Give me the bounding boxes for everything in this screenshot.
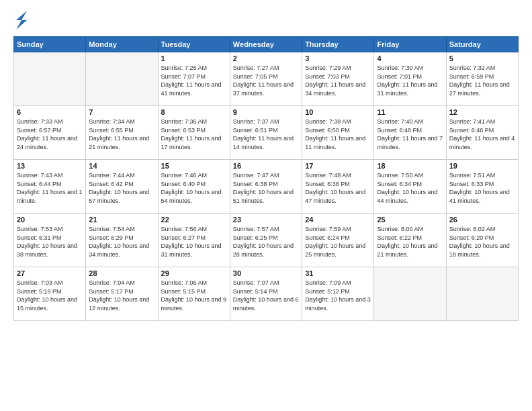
calendar-cell: 4Sunrise: 7:30 AM Sunset: 7:01 PM Daylig…	[374, 52, 446, 106]
day-info: Sunrise: 7:56 AM Sunset: 6:27 PM Dayligh…	[161, 225, 227, 259]
day-info: Sunrise: 7:48 AM Sunset: 6:36 PM Dayligh…	[305, 171, 371, 205]
week-row-2: 13Sunrise: 7:43 AM Sunset: 6:44 PM Dayli…	[14, 160, 519, 214]
calendar-cell: 31Sunrise: 7:09 AM Sunset: 5:12 PM Dayli…	[302, 267, 374, 321]
logo	[13, 11, 28, 30]
calendar-cell: 10Sunrise: 7:38 AM Sunset: 6:50 PM Dayli…	[302, 106, 374, 160]
day-number: 5	[449, 54, 515, 62]
day-info: Sunrise: 7:43 AM Sunset: 6:44 PM Dayligh…	[17, 171, 83, 205]
day-number: 22	[161, 216, 227, 224]
header-row: SundayMondayTuesdayWednesdayThursdayFrid…	[14, 37, 519, 52]
day-info: Sunrise: 7:04 AM Sunset: 5:17 PM Dayligh…	[89, 279, 154, 312]
calendar-cell: 5Sunrise: 7:32 AM Sunset: 6:59 PM Daylig…	[446, 52, 518, 106]
calendar-cell: 18Sunrise: 7:50 AM Sunset: 6:34 PM Dayli…	[374, 160, 446, 214]
page: SundayMondayTuesdayWednesdayThursdayFrid…	[0, 0, 532, 411]
header-saturday: Saturday	[446, 37, 518, 52]
day-number: 18	[377, 162, 443, 170]
day-number: 25	[377, 216, 443, 224]
calendar-cell: 22Sunrise: 7:56 AM Sunset: 6:27 PM Dayli…	[158, 214, 230, 267]
day-number: 27	[17, 269, 83, 277]
day-number: 9	[233, 108, 299, 116]
day-info: Sunrise: 7:54 AM Sunset: 6:29 PM Dayligh…	[89, 225, 154, 259]
day-info: Sunrise: 7:47 AM Sunset: 6:38 PM Dayligh…	[233, 171, 299, 205]
week-row-3: 20Sunrise: 7:53 AM Sunset: 6:31 PM Dayli…	[14, 214, 519, 267]
header-thursday: Thursday	[302, 37, 374, 52]
calendar-cell: 9Sunrise: 7:37 AM Sunset: 6:51 PM Daylig…	[230, 106, 302, 160]
calendar-cell: 17Sunrise: 7:48 AM Sunset: 6:36 PM Dayli…	[302, 160, 374, 214]
day-number: 21	[89, 216, 154, 224]
header	[13, 11, 519, 30]
day-info: Sunrise: 7:06 AM Sunset: 5:15 PM Dayligh…	[161, 279, 227, 312]
calendar-cell: 15Sunrise: 7:46 AM Sunset: 6:40 PM Dayli…	[158, 160, 230, 214]
calendar-cell: 29Sunrise: 7:06 AM Sunset: 5:15 PM Dayli…	[158, 267, 230, 321]
day-number: 16	[233, 162, 299, 170]
calendar-cell: 20Sunrise: 7:53 AM Sunset: 6:31 PM Dayli…	[14, 214, 86, 267]
day-info: Sunrise: 7:36 AM Sunset: 6:53 PM Dayligh…	[161, 118, 227, 151]
calendar-cell: 28Sunrise: 7:04 AM Sunset: 5:17 PM Dayli…	[86, 267, 158, 321]
calendar-cell: 23Sunrise: 7:57 AM Sunset: 6:25 PM Dayli…	[230, 214, 302, 267]
calendar-cell: 16Sunrise: 7:47 AM Sunset: 6:38 PM Dayli…	[230, 160, 302, 214]
calendar-cell: 11Sunrise: 7:40 AM Sunset: 6:48 PM Dayli…	[374, 106, 446, 160]
calendar-cell: 2Sunrise: 7:27 AM Sunset: 7:05 PM Daylig…	[230, 52, 302, 106]
day-number: 3	[305, 54, 371, 62]
day-info: Sunrise: 7:41 AM Sunset: 6:46 PM Dayligh…	[449, 118, 515, 151]
day-info: Sunrise: 7:44 AM Sunset: 6:42 PM Dayligh…	[89, 171, 154, 205]
calendar-cell: 12Sunrise: 7:41 AM Sunset: 6:46 PM Dayli…	[446, 106, 518, 160]
day-info: Sunrise: 7:26 AM Sunset: 7:07 PM Dayligh…	[161, 64, 227, 97]
header-monday: Monday	[86, 37, 158, 52]
day-number: 20	[17, 216, 83, 224]
day-info: Sunrise: 8:00 AM Sunset: 6:22 PM Dayligh…	[377, 225, 443, 259]
calendar-cell: 25Sunrise: 8:00 AM Sunset: 6:22 PM Dayli…	[374, 214, 446, 267]
day-info: Sunrise: 7:40 AM Sunset: 6:48 PM Dayligh…	[377, 118, 443, 151]
day-info: Sunrise: 7:33 AM Sunset: 6:57 PM Dayligh…	[17, 118, 83, 151]
calendar-cell	[86, 52, 158, 106]
day-number: 28	[89, 269, 154, 277]
day-info: Sunrise: 7:07 AM Sunset: 5:14 PM Dayligh…	[233, 279, 299, 312]
calendar-cell: 1Sunrise: 7:26 AM Sunset: 7:07 PM Daylig…	[158, 52, 230, 106]
day-info: Sunrise: 7:59 AM Sunset: 6:24 PM Dayligh…	[305, 225, 371, 259]
day-info: Sunrise: 7:29 AM Sunset: 7:03 PM Dayligh…	[305, 64, 371, 97]
calendar-cell: 19Sunrise: 7:51 AM Sunset: 6:33 PM Dayli…	[446, 160, 518, 214]
header-friday: Friday	[374, 37, 446, 52]
day-number: 26	[449, 216, 515, 224]
calendar-cell: 27Sunrise: 7:03 AM Sunset: 5:19 PM Dayli…	[14, 267, 86, 321]
day-number: 31	[305, 269, 371, 277]
day-number: 29	[161, 269, 227, 277]
calendar-cell: 24Sunrise: 7:59 AM Sunset: 6:24 PM Dayli…	[302, 214, 374, 267]
day-number: 6	[17, 108, 83, 116]
day-number: 11	[377, 108, 443, 116]
svg-marker-0	[16, 11, 27, 30]
day-number: 30	[233, 269, 299, 277]
header-sunday: Sunday	[14, 37, 86, 52]
day-number: 15	[161, 162, 227, 170]
day-number: 2	[233, 54, 299, 62]
day-info: Sunrise: 7:50 AM Sunset: 6:34 PM Dayligh…	[377, 171, 443, 205]
day-info: Sunrise: 7:53 AM Sunset: 6:31 PM Dayligh…	[17, 225, 83, 259]
day-info: Sunrise: 7:32 AM Sunset: 6:59 PM Dayligh…	[449, 64, 515, 97]
day-number: 17	[305, 162, 371, 170]
day-info: Sunrise: 7:37 AM Sunset: 6:51 PM Dayligh…	[233, 118, 299, 151]
day-info: Sunrise: 7:09 AM Sunset: 5:12 PM Dayligh…	[305, 279, 371, 312]
day-info: Sunrise: 7:57 AM Sunset: 6:25 PM Dayligh…	[233, 225, 299, 259]
day-info: Sunrise: 7:03 AM Sunset: 5:19 PM Dayligh…	[17, 279, 83, 312]
day-number: 4	[377, 54, 443, 62]
day-number: 7	[89, 108, 154, 116]
day-info: Sunrise: 7:46 AM Sunset: 6:40 PM Dayligh…	[161, 171, 227, 205]
calendar-cell: 7Sunrise: 7:34 AM Sunset: 6:55 PM Daylig…	[86, 106, 158, 160]
day-info: Sunrise: 8:02 AM Sunset: 6:20 PM Dayligh…	[449, 225, 515, 259]
calendar-cell: 13Sunrise: 7:43 AM Sunset: 6:44 PM Dayli…	[14, 160, 86, 214]
calendar-cell: 14Sunrise: 7:44 AM Sunset: 6:42 PM Dayli…	[86, 160, 158, 214]
day-number: 12	[449, 108, 515, 116]
day-info: Sunrise: 7:30 AM Sunset: 7:01 PM Dayligh…	[377, 64, 443, 97]
day-info: Sunrise: 7:34 AM Sunset: 6:55 PM Dayligh…	[89, 118, 154, 151]
day-info: Sunrise: 7:27 AM Sunset: 7:05 PM Dayligh…	[233, 64, 299, 97]
calendar-cell	[14, 52, 86, 106]
calendar-cell: 3Sunrise: 7:29 AM Sunset: 7:03 PM Daylig…	[302, 52, 374, 106]
week-row-4: 27Sunrise: 7:03 AM Sunset: 5:19 PM Dayli…	[14, 267, 519, 321]
day-number: 14	[89, 162, 154, 170]
logo-icon	[15, 11, 28, 30]
week-row-0: 1Sunrise: 7:26 AM Sunset: 7:07 PM Daylig…	[14, 52, 519, 106]
header-wednesday: Wednesday	[230, 37, 302, 52]
week-row-1: 6Sunrise: 7:33 AM Sunset: 6:57 PM Daylig…	[14, 106, 519, 160]
day-number: 13	[17, 162, 83, 170]
header-tuesday: Tuesday	[158, 37, 230, 52]
